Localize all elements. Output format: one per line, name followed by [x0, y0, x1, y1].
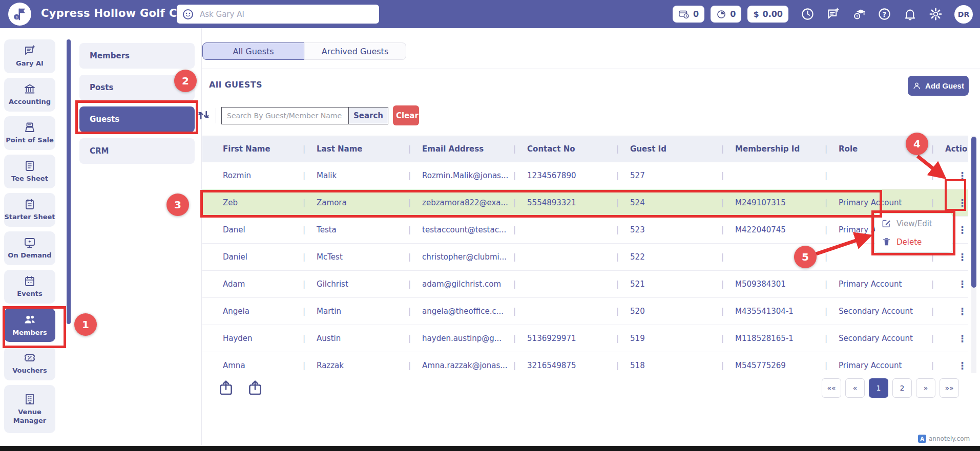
panel-item-guests[interactable]: Guests — [79, 106, 195, 132]
time-pie-icon — [716, 9, 726, 19]
pagination: «« « 1 2 » »» — [822, 378, 959, 398]
annotely-watermark[interactable]: A annotely.com — [915, 434, 973, 444]
svg-text:?: ? — [883, 10, 887, 18]
row-actions-button[interactable]: ⋮ — [957, 252, 967, 262]
topbar-right-cluster: 0 0 $ 0.00 — [673, 0, 973, 28]
page-1-button[interactable]: 1 — [869, 378, 888, 398]
add-guest-button[interactable]: Add Guest — [908, 76, 969, 96]
table-row[interactable]: Amna Razzak Amna.razzak@jonas... 3216549… — [202, 352, 968, 373]
page-2-button[interactable]: 2 — [892, 378, 912, 398]
row-actions-button[interactable]: ⋮ — [957, 171, 967, 181]
ask-gary-input[interactable] — [199, 9, 379, 19]
training-icon[interactable]: s — [852, 7, 866, 21]
sidebar-item-vouchers[interactable]: Vouchers — [4, 347, 55, 380]
balance-pill[interactable]: $ 0.00 — [747, 6, 788, 23]
time-pill[interactable]: 0 — [711, 6, 741, 23]
sidebar-item-members[interactable]: Members — [4, 308, 55, 342]
sidebar-item-point-of-sale[interactable]: Point of Sale — [4, 116, 55, 150]
panel-item-members[interactable]: Members — [79, 43, 195, 69]
sidebar-item-venue-manager[interactable]: Venue Manager — [4, 385, 55, 433]
col-header-last-name[interactable]: Last Name — [303, 136, 408, 162]
table-row[interactable]: Rozmin Malik Rozmin.Malik@jonas... 12345… — [202, 162, 968, 189]
panel-item-posts[interactable]: Posts — [79, 75, 195, 100]
whats-new-icon[interactable] — [826, 7, 840, 21]
bell-icon[interactable] — [903, 7, 917, 21]
sidebar-label: Tee Sheet — [11, 175, 48, 183]
panel-item-crm[interactable]: CRM — [79, 138, 195, 164]
table-row[interactable]: Adam Gilchrist adam@gilchrist.com 521 M5… — [202, 271, 968, 298]
clear-button[interactable]: Clear — [393, 105, 419, 125]
sidebar-label: Point of Sale — [6, 136, 53, 144]
row-actions-button[interactable]: ⋮ — [957, 361, 967, 371]
row-actions-button[interactable]: ⋮ — [957, 280, 967, 289]
open-tabs-pill[interactable]: 0 — [673, 6, 704, 23]
help-icon[interactable]: ? — [878, 7, 891, 21]
menu-item-view-edit[interactable]: View/Edit — [875, 214, 952, 233]
row-actions-button[interactable]: ⋮ — [957, 334, 967, 343]
panel-item-label: Members — [90, 51, 130, 60]
row-actions-button[interactable]: ⋮ — [957, 225, 967, 235]
page-next-button[interactable]: » — [916, 378, 935, 398]
time-count: 0 — [730, 9, 736, 19]
sidebar-item-gary-ai[interactable]: Gary AI — [4, 39, 55, 73]
table-row[interactable]: Hayden Austin hayden.austinp@g... 513692… — [202, 325, 968, 352]
sidebar-item-starter-sheet[interactable]: Starter Sheet — [4, 193, 55, 227]
sidebar-item-on-demand[interactable]: On Demand — [4, 231, 55, 265]
sidebar-item-accounting[interactable]: Accounting — [4, 78, 55, 112]
export-button-2[interactable] — [246, 379, 264, 397]
page-first-button[interactable]: «« — [822, 378, 841, 398]
row-context-menu: View/Edit Delete — [875, 213, 952, 252]
monitor-sparkle-icon — [24, 237, 36, 249]
page-last-button[interactable]: »» — [940, 378, 959, 398]
balance-amount: 0.00 — [763, 9, 783, 19]
table-row[interactable]: Daniel McTest christopher@clubmi... 522 … — [202, 244, 968, 271]
row-actions-button[interactable]: ⋮ — [957, 198, 967, 208]
panel-item-label: CRM — [90, 146, 109, 156]
ask-gary-search[interactable] — [177, 5, 379, 24]
tab-all-guests[interactable]: All Guests — [202, 42, 304, 60]
search-button[interactable]: Search — [348, 107, 388, 124]
export-button-1[interactable] — [217, 379, 235, 397]
clock-icon[interactable] — [801, 7, 815, 21]
sidebar-label: On Demand — [8, 251, 51, 260]
sidebar-label: Accounting — [9, 98, 51, 106]
table-scrollbar-thumb[interactable] — [971, 137, 976, 288]
export-icon — [246, 379, 264, 397]
club-logo: s — [8, 3, 31, 26]
table-row[interactable]: Angela Martin angela@theoffice.c... 520 … — [202, 298, 968, 325]
panel-item-label: Guests — [90, 115, 119, 124]
annotation-step-3: 3 — [166, 194, 189, 216]
bottom-bar — [0, 446, 980, 451]
sidebar-item-tee-sheet[interactable]: Tee Sheet — [4, 155, 55, 188]
col-header-role[interactable]: Role — [825, 136, 931, 162]
col-header-first-name[interactable]: First Name — [202, 136, 303, 162]
col-header-action: Action — [931, 136, 968, 162]
top-bar: s Cypress Hollow Golf Club — [0, 0, 980, 28]
col-header-contact[interactable]: Contact No — [513, 136, 616, 162]
menu-item-label: Delete — [896, 238, 922, 247]
page-prev-button[interactable]: « — [845, 378, 865, 398]
tab-label: All Guests — [233, 47, 274, 56]
menu-item-delete[interactable]: Delete — [875, 233, 952, 251]
content-divider — [201, 69, 980, 69]
table-row-highlighted[interactable]: Zeb Zamora zebzamora822@exa... 555489332… — [202, 189, 968, 217]
gear-icon[interactable] — [929, 7, 943, 21]
row-actions-button[interactable]: ⋮ — [957, 307, 967, 316]
avatar-initials: DR — [958, 10, 969, 18]
swap-icon[interactable] — [197, 108, 211, 122]
panel-divider — [201, 28, 202, 445]
tab-archived-guests[interactable]: Archived Guests — [304, 42, 406, 60]
export-icon — [217, 379, 235, 397]
col-header-membership-id[interactable]: Membership Id — [721, 136, 825, 162]
status-pills: 0 0 $ 0.00 — [673, 6, 788, 23]
col-header-guest-id[interactable]: Guest Id — [616, 136, 721, 162]
guest-search-input[interactable] — [221, 107, 349, 124]
sidebar-label: Events — [17, 290, 42, 298]
sidebar-item-events[interactable]: Events — [4, 270, 55, 304]
topbar-icons: s ? DR — [801, 5, 973, 24]
table-row[interactable]: Danel Testa testaccount@testac... 523 M4… — [202, 217, 968, 244]
user-avatar[interactable]: DR — [954, 5, 973, 24]
golf-flag-icon: s — [12, 7, 28, 22]
sidebar-scrollbar[interactable] — [67, 39, 71, 324]
col-header-email[interactable]: Email Address — [408, 136, 513, 162]
